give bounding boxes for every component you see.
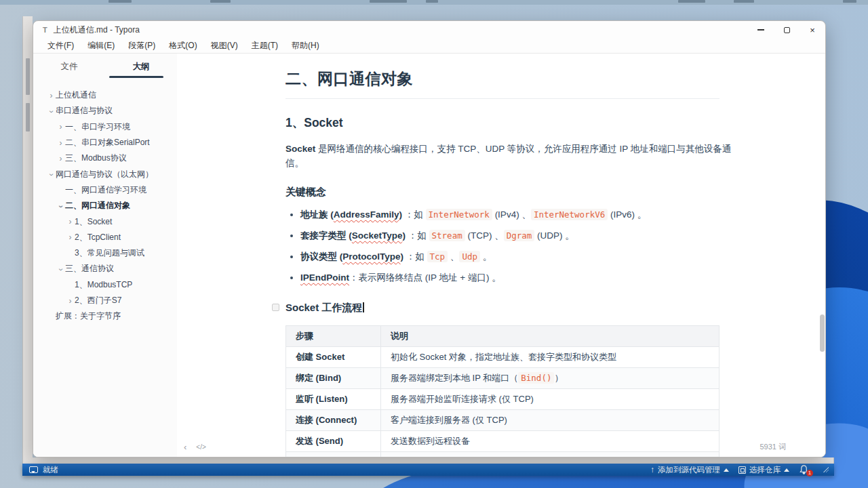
vs-vertical-tab[interactable] xyxy=(26,103,30,131)
menu-theme[interactable]: 主题(T) xyxy=(245,39,284,53)
vs-status-bar: 就绪 ↑ 添加到源代码管理 选择仓库 1 xyxy=(22,464,834,476)
table-row[interactable]: 连接 (Connect)客户端连接到服务器 (仅 TCP) xyxy=(286,409,719,430)
table-header-row: 步骤 说明 xyxy=(286,325,719,346)
outline-label: 3、常见问题与调试 xyxy=(75,247,144,259)
outline-item[interactable]: ›网口通信与协议（以太网） xyxy=(33,166,177,182)
doc-intro[interactable]: Socket 是网络通信的核心编程接口，支持 TCP、UDP 等协议，允许应用程… xyxy=(285,142,733,171)
cell-text: 客户端连接到服务器 (仅 TCP) xyxy=(391,415,507,425)
notifications-button[interactable]: 1 xyxy=(799,465,810,474)
table-row[interactable]: 创建 Socket初始化 Socket 对象，指定地址族、套接字类型和协议类型 xyxy=(286,346,719,367)
add-to-source-control-label: 添加到源代码管理 xyxy=(658,465,720,475)
outline-item[interactable]: 3、常见问题与调试 xyxy=(33,245,177,261)
title-bar[interactable]: T 上位机通信.md - Typora × xyxy=(33,21,825,39)
outline-item[interactable]: ›1、Socket xyxy=(33,214,177,229)
chevron-down-icon[interactable]: › xyxy=(56,265,66,274)
chevron-right-icon[interactable]: › xyxy=(56,154,65,163)
concept-item[interactable]: 地址族 (AddressFamily) ：如 InterNetwork (IPv… xyxy=(300,208,719,222)
maximize-icon xyxy=(784,27,790,33)
typora-app-icon: T xyxy=(43,26,47,34)
menu-paragraph[interactable]: 段落(P) xyxy=(122,39,161,53)
concept-bold: 地址族 ( xyxy=(300,209,334,220)
concepts-list: 地址族 (AddressFamily) ：如 InterNetwork (IPv… xyxy=(300,208,719,285)
tab-files[interactable]: 文件 xyxy=(33,58,105,78)
outline-item[interactable]: 一、网口通信学习环境 xyxy=(33,182,177,198)
chevron-down-icon[interactable]: › xyxy=(47,107,56,116)
desktop: 就绪 ↑ 添加到源代码管理 选择仓库 1 T xyxy=(0,0,868,488)
inline-code: Bind() xyxy=(518,372,554,384)
menu-help[interactable]: 帮助(H) xyxy=(285,39,326,53)
background-window-mark xyxy=(678,0,705,3)
cell-text: 服务器端绑定到本地 IP 和端口（ xyxy=(391,373,518,383)
close-button[interactable]: × xyxy=(800,21,825,39)
active-tab-underline xyxy=(109,76,163,78)
outline-item[interactable]: 1、ModbusTCP xyxy=(33,277,177,293)
source-code-mode-icon[interactable]: </> xyxy=(196,443,205,451)
resize-grip[interactable] xyxy=(823,467,829,472)
outline-item[interactable]: ›三、Modbus协议 xyxy=(33,150,177,166)
cell-desc: 客户端连接到服务器 (仅 TCP) xyxy=(381,409,719,430)
chevron-right-icon[interactable]: › xyxy=(56,122,65,131)
menu-edit[interactable]: 编辑(E) xyxy=(81,39,121,53)
caret-up-icon xyxy=(724,468,729,472)
upload-icon: ↑ xyxy=(650,465,654,474)
table-row[interactable]: 绑定 (Bind)服务器端绑定到本地 IP 和端口（Bind()） xyxy=(286,367,719,388)
concept-item[interactable]: 协议类型 (ProtocolType) ：如 Tcp 、Udp 。 xyxy=(300,250,719,264)
concept-bold: 协议类型 ( xyxy=(300,251,342,262)
inline-code: Stream xyxy=(429,230,465,241)
outline-item-current[interactable]: ›二、网口通信对象 xyxy=(33,198,177,214)
col-header-step: 步骤 xyxy=(286,325,381,346)
background-window-mark xyxy=(843,0,856,3)
outline-item[interactable]: ›2、TcpClient xyxy=(33,230,177,245)
outline-label: 三、通信协议 xyxy=(65,263,114,274)
feedback-icon[interactable] xyxy=(29,466,38,473)
doc-h2-socket[interactable]: 1、Socket xyxy=(285,115,719,131)
tab-outline[interactable]: 大纲 xyxy=(105,58,177,78)
vertical-scrollbar-thumb[interactable] xyxy=(820,314,825,352)
intro-text: 是网络通信的核心编程接口，支持 TCP、UDP 等协议，允许应用程序通过 IP … xyxy=(285,144,731,168)
typora-window: T 上位机通信.md - Typora × 文件(F) 编辑(E) 段落(P) … xyxy=(33,20,826,458)
chevron-right-icon[interactable]: › xyxy=(47,91,56,100)
menu-file[interactable]: 文件(F) xyxy=(41,39,80,53)
menu-view[interactable]: 视图(V) xyxy=(205,39,244,53)
select-repository-button[interactable]: 选择仓库 xyxy=(738,465,789,475)
concept-item[interactable]: 套接字类型 (SocketType) ：如 Stream (TCP) 、Dgra… xyxy=(300,229,719,243)
editor-pane[interactable]: 二、网口通信对象 1、Socket Socket 是网络通信的核心编程接口，支持… xyxy=(177,54,825,457)
concept-term: AddressFamily xyxy=(334,209,399,220)
socket-flow-table[interactable]: 步骤 说明 创建 Socket初始化 Socket 对象，指定地址族、套接字类型… xyxy=(285,325,719,457)
outline-item[interactable]: ›三、通信协议 xyxy=(33,261,177,277)
concept-text: 、 xyxy=(448,251,459,262)
background-window-edge xyxy=(0,0,868,5)
outline-item[interactable]: 扩展：关于字节序 xyxy=(33,308,177,324)
cell-text: ） xyxy=(554,373,563,383)
cell-desc: 服务器端开始监听连接请求 (仅 TCP) xyxy=(381,388,719,409)
cell-step: 连接 (Connect) xyxy=(286,409,381,430)
minimize-button[interactable] xyxy=(748,21,774,39)
caret-up-icon xyxy=(784,468,789,472)
doc-h3-concepts[interactable]: 关键概念 xyxy=(285,186,719,199)
outline-item[interactable]: ›二、串口对象SerialPort xyxy=(33,135,177,150)
heading-anchor-icon[interactable] xyxy=(272,304,279,311)
chevron-down-icon[interactable]: › xyxy=(47,170,56,179)
chevron-right-icon[interactable]: › xyxy=(66,232,75,242)
outline-item[interactable]: ›2、西门子S7 xyxy=(33,293,177,308)
outline-item[interactable]: ›上位机通信 xyxy=(33,87,177,103)
outline-item[interactable]: ›串口通信与协议 xyxy=(33,103,177,119)
chevron-down-icon[interactable]: › xyxy=(56,202,66,211)
add-to-source-control-button[interactable]: ↑ 添加到源代码管理 xyxy=(650,465,729,475)
chevron-right-icon[interactable]: › xyxy=(66,217,75,226)
document-body[interactable]: 二、网口通信对象 1、Socket Socket 是网络通信的核心编程接口，支持… xyxy=(177,54,719,457)
select-repository-label: 选择仓库 xyxy=(749,465,781,475)
concept-text: ：如 xyxy=(402,209,426,220)
menu-format[interactable]: 格式(O) xyxy=(163,39,203,53)
sidebar-toggle-icon[interactable]: ‹ xyxy=(184,442,186,452)
doc-h3-flow[interactable]: Socket 工作流程 xyxy=(285,302,719,314)
outline-item[interactable]: ›一、串口学习环境 xyxy=(33,119,177,135)
chevron-right-icon[interactable]: › xyxy=(56,138,65,148)
doc-h1[interactable]: 二、网口通信对象 xyxy=(285,68,719,99)
table-row[interactable]: 监听 (Listen)服务器端开始监听连接请求 (仅 TCP) xyxy=(286,388,719,409)
concept-item[interactable]: IPEndPoint：表示网络终结点 (IP 地址 + 端口) 。 xyxy=(300,271,719,285)
chevron-right-icon[interactable]: › xyxy=(66,296,75,306)
outline-label: 上位机通信 xyxy=(56,89,96,101)
vs-vertical-tab[interactable] xyxy=(26,58,30,95)
maximize-button[interactable] xyxy=(774,21,800,39)
